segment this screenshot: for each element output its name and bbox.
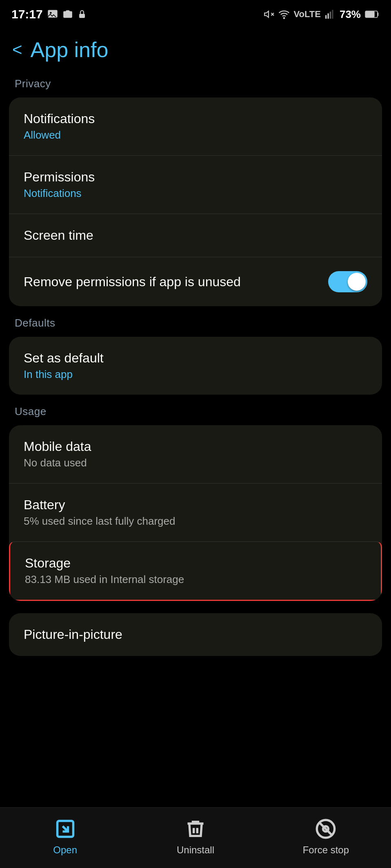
pip-text: Picture-in-picture [24,627,122,642]
svg-rect-9 [332,10,333,19]
storage-subtitle: 83.13 MB used in Internal storage [25,573,184,586]
permissions-row[interactable]: Permissions Notifications [9,155,382,214]
mute-icon [264,9,274,20]
status-left: 17:17 [11,7,87,21]
svg-rect-2 [79,14,85,18]
mobile-data-row[interactable]: Mobile data No data used [9,425,382,483]
nav-open[interactable]: Open [0,817,130,856]
mobile-data-text: Mobile data No data used [24,439,91,469]
header: < App info [0,25,391,70]
notifications-text: Notifications Allowed [24,111,95,141]
battery-title: Battery [24,497,175,512]
lock-icon [77,9,87,19]
storage-text-col: Storage 83.13 MB used in Internal storag… [25,556,184,586]
storage-title: Storage [25,556,184,571]
force-stop-icon [313,817,338,841]
svg-rect-0 [48,10,57,18]
screen-time-text: Screen time [24,228,93,243]
pip-card: Picture-in-picture [9,613,382,656]
permissions-subtitle: Notifications [24,187,95,200]
wifi-icon [278,9,290,20]
notifications-title: Notifications [24,111,95,126]
bottom-nav: Open Uninstall Force stop [0,807,391,868]
notifications-row[interactable]: Notifications Allowed [9,97,382,155]
battery-text-col: Battery 5% used since last fully charged [24,497,175,528]
remove-permissions-toggle[interactable] [328,271,367,292]
set-as-default-title: Set as default [24,351,104,366]
usage-card: Mobile data No data used Battery 5% used… [9,425,382,601]
svg-rect-6 [325,15,327,19]
status-right: VoLTE 73% [264,8,380,21]
pip-row[interactable]: Picture-in-picture [9,613,382,656]
back-button[interactable]: < [12,41,22,58]
signal-icon [325,9,335,20]
signal-text: VoLTE [294,9,321,20]
set-as-default-subtitle: In this app [24,368,104,381]
set-as-default-row[interactable]: Set as default In this app [9,337,382,395]
battery-subtitle: 5% used since last fully charged [24,515,175,528]
screen-time-title: Screen time [24,228,93,243]
status-time: 17:17 [11,7,43,21]
uninstall-icon [183,817,208,841]
svg-rect-7 [327,13,329,19]
battery-row[interactable]: Battery 5% used since last fully charged [9,483,382,541]
storage-row[interactable]: Storage 83.13 MB used in Internal storag… [9,541,382,601]
set-as-default-text: Set as default In this app [24,351,104,381]
defaults-card: Set as default In this app [9,337,382,395]
permissions-text: Permissions Notifications [24,170,95,200]
battery-icon [365,10,380,18]
privacy-card: Notifications Allowed Permissions Notifi… [9,97,382,306]
mobile-data-title: Mobile data [24,439,91,454]
force-stop-label: Force stop [303,844,349,856]
photo-icon [47,9,58,20]
nav-uninstall[interactable]: Uninstall [130,817,260,856]
notifications-subtitle: Allowed [24,129,95,141]
permissions-title: Permissions [24,170,95,185]
uninstall-label: Uninstall [177,844,214,856]
page-title: App info [31,38,109,62]
svg-rect-11 [366,11,374,17]
section-label-privacy: Privacy [0,70,391,94]
svg-point-5 [283,18,284,18]
remove-permissions-text: Remove permissions if app is unused [24,274,328,289]
nav-force-stop[interactable]: Force stop [261,817,391,856]
svg-line-15 [319,822,333,836]
status-bar: 17:17 VoLTE 73% [0,0,391,25]
svg-rect-8 [330,12,331,19]
camera-icon [62,9,73,20]
toggle-knob [348,273,366,291]
section-label-defaults: Defaults [0,309,391,334]
open-icon [53,817,78,841]
battery-text: 73% [340,8,361,21]
mobile-data-subtitle: No data used [24,457,91,469]
open-label: Open [53,844,77,856]
remove-permissions-title: Remove permissions if app is unused [24,274,320,289]
svg-point-1 [50,12,52,14]
screen-time-row[interactable]: Screen time [9,214,382,257]
pip-title: Picture-in-picture [24,627,122,642]
remove-permissions-row[interactable]: Remove permissions if app is unused [9,257,382,306]
section-label-usage: Usage [0,398,391,422]
